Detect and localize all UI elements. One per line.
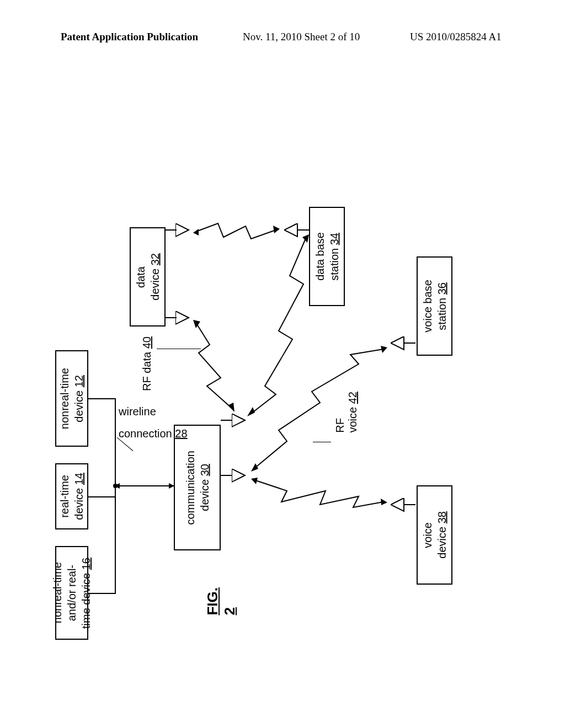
box-real-time-device: real-timedevice 14 — [55, 463, 88, 529]
svg-marker-13 — [251, 463, 258, 472]
svg-marker-0 — [175, 223, 189, 237]
junction-dot — [113, 484, 118, 488]
label-wireline: wireline — [119, 405, 156, 418]
antenna-stem — [221, 475, 232, 476]
antenna-icon — [175, 311, 192, 328]
antenna-icon — [391, 498, 407, 515]
box-nonreal-real-time-device: nonreal-timeand/or real-time device 16 — [55, 546, 88, 640]
box-voice-base-station: voice basestation 36 — [417, 256, 452, 356]
box-communication-device: communicationdevice 30 — [174, 425, 221, 550]
rf-wave-icon — [248, 345, 392, 483]
line — [88, 496, 116, 497]
svg-marker-1 — [175, 311, 189, 324]
header-right: US 2010/0285824 A1 — [410, 31, 502, 43]
label-wireline-connection: connection 28 — [119, 427, 188, 440]
figure-label: FIG. 2 — [204, 587, 238, 615]
antenna-stem — [404, 342, 415, 344]
svg-marker-10 — [228, 403, 234, 412]
rf-wave-icon — [190, 317, 251, 416]
label-rf-data: RF data 40 — [141, 336, 153, 391]
line — [88, 593, 116, 594]
svg-marker-15 — [251, 478, 258, 484]
antenna-icon — [391, 336, 407, 353]
svg-marker-4 — [232, 469, 245, 482]
antenna-stem — [404, 504, 415, 505]
svg-marker-7 — [193, 229, 199, 235]
svg-marker-16 — [381, 499, 387, 505]
header-left: Patent Application Publication — [61, 31, 198, 43]
antenna-stem — [221, 420, 232, 421]
antenna-icon — [232, 469, 248, 485]
box-voice-device: voicedevice 38 — [417, 485, 452, 585]
rf-wave-icon — [248, 474, 392, 518]
line — [115, 485, 174, 486]
header-mid: Nov. 11, 2010 Sheet 2 of 10 — [243, 31, 360, 43]
box-data-device: datadevice 32 — [130, 227, 166, 326]
svg-marker-6 — [391, 498, 404, 511]
line — [115, 398, 116, 594]
svg-marker-11 — [302, 234, 309, 243]
antenna-stem — [166, 229, 177, 231]
antenna-stem — [166, 317, 177, 318]
box-nonreal-time-device: nonreal-timedevice 12 — [55, 350, 88, 447]
svg-marker-14 — [381, 346, 387, 353]
svg-marker-9 — [193, 320, 200, 328]
figure-diagram: nonreal-timedevice 12 real-timedevice 14… — [55, 99, 513, 601]
antenna-icon — [175, 223, 192, 240]
line — [88, 398, 116, 399]
antenna-stem — [298, 229, 309, 231]
svg-marker-5 — [391, 336, 404, 350]
